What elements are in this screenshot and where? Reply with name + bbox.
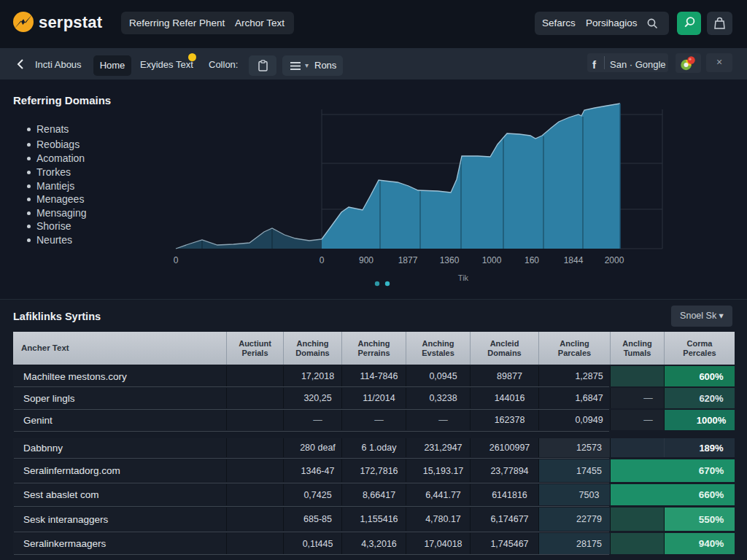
svg-text:160: 160 [525,255,539,265]
svg-text:0: 0 [174,255,179,265]
svg-text:900: 900 [359,255,374,265]
svg-text:1000: 1000 [482,255,502,265]
svg-text:0: 0 [320,255,325,265]
svg-text:1877: 1877 [398,255,418,265]
svg-text:2000: 2000 [605,255,624,265]
svg-text:Tik: Tik [458,273,469,282]
svg-text:1844: 1844 [564,255,584,265]
svg-text:1360: 1360 [440,255,460,265]
